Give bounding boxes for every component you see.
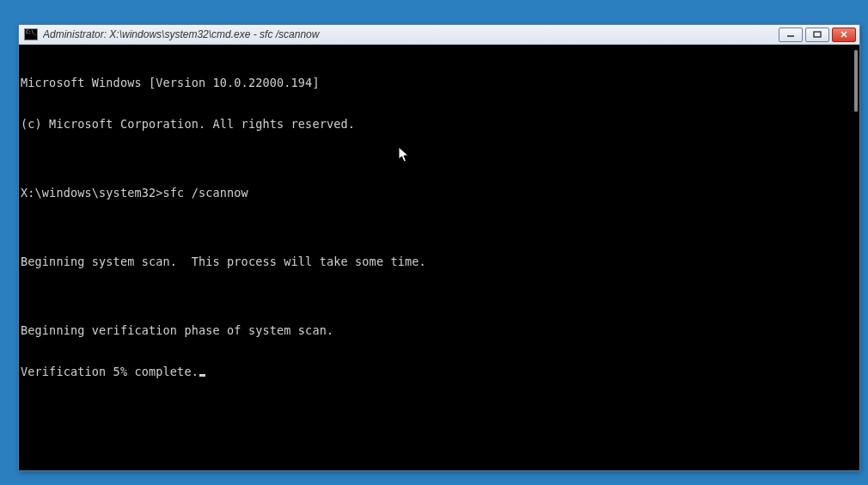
cmd-icon — [24, 28, 38, 40]
window-title: Administrator: X:\windows\system32\cmd.e… — [43, 28, 779, 40]
window-controls — [779, 25, 859, 44]
text-cursor — [199, 374, 205, 377]
scrollbar-thumb[interactable] — [854, 50, 858, 112]
maximize-button[interactable] — [805, 28, 829, 42]
titlebar[interactable]: Administrator: X:\windows\system32\cmd.e… — [19, 25, 859, 45]
console-line: Beginning verification phase of system s… — [21, 323, 858, 337]
console-body[interactable]: Microsoft Windows [Version 10.0.22000.19… — [19, 45, 859, 470]
console-line: X:\windows\system32>sfc /scannow — [21, 186, 858, 200]
console-line: Beginning system scan. This process will… — [21, 255, 858, 268]
console-line: Microsoft Windows [Version 10.0.22000.19… — [21, 76, 858, 89]
svg-rect-1 — [814, 32, 821, 37]
close-button[interactable] — [832, 28, 856, 42]
console-line: (c) Microsoft Corporation. All rights re… — [21, 117, 858, 131]
console-line: Verification 5% complete. — [21, 365, 858, 378]
command-prompt-window: Administrator: X:\windows\system32\cmd.e… — [18, 24, 860, 471]
console-output: Microsoft Windows [Version 10.0.22000.19… — [19, 45, 859, 409]
minimize-button[interactable] — [779, 28, 803, 42]
